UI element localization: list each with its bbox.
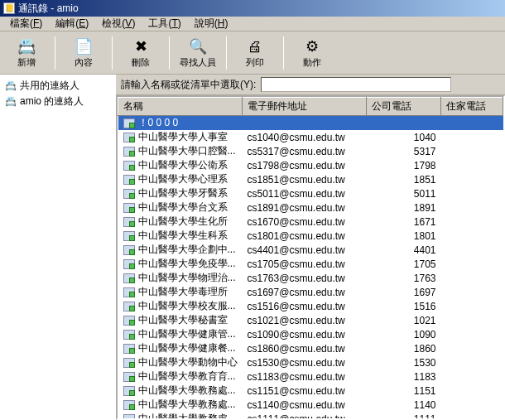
table-row[interactable]: 中山醫學大學教育育...cs1183@csmu.edu.tw1183 [118, 369, 503, 384]
menu-f[interactable]: 檔案(F) [3, 17, 49, 31]
cell-home [441, 200, 503, 215]
cell-name: 中山醫學大學毒理所 [118, 285, 243, 299]
cell-email: cs1111@csmu.edu.tw [243, 412, 367, 420]
table-row[interactable]: 中山醫學大學生化所cs1670@csmu.edu.tw1671 [118, 215, 503, 229]
cell-home [441, 158, 503, 172]
cell-phone: 5317 [367, 144, 441, 158]
table-row[interactable]: 中山醫學大學生科系cs1801@csmu.edu.tw1801 [118, 229, 503, 243]
cell-home [441, 172, 503, 186]
menu-t[interactable]: 工具(T) [142, 17, 187, 31]
cell-phone: 1671 [367, 215, 441, 229]
toolbar-separator [169, 36, 170, 70]
cell-email [243, 116, 367, 131]
contact-icon [123, 273, 135, 283]
cell-email: cs5317@csmu.edu.tw [243, 144, 367, 158]
search-input[interactable] [261, 77, 451, 92]
table-row[interactable]: 中山醫學大學人事室cs1040@csmu.edu.tw1040 [118, 130, 503, 144]
cell-email: cs1697@csmu.edu.tw [243, 285, 367, 299]
cell-email: cs1530@csmu.edu.tw [243, 355, 367, 369]
table-row[interactable]: 中山醫學大學公衛系cs1798@csmu.edu.tw1798 [118, 158, 503, 172]
cell-name: 中山醫學大學台文系 [118, 200, 243, 215]
cell-name: 中山醫學大學物理治... [118, 271, 243, 285]
cell-email: cs1801@csmu.edu.tw [243, 229, 367, 243]
table-row[interactable]: ！0 0 0 0 [118, 116, 503, 131]
cell-phone: 1798 [367, 158, 441, 172]
cell-home [441, 215, 503, 229]
table-row[interactable]: 中山醫學大學台文系cs1891@csmu.edu.tw1891 [118, 200, 503, 215]
menu-v[interactable]: 檢視(V) [95, 17, 142, 31]
table-row[interactable]: 中山醫學大學心理系cs1851@csmu.edu.tw1851 [118, 172, 503, 186]
cell-home [441, 257, 503, 271]
delete-button-icon: ✖ [131, 36, 151, 56]
print-button[interactable]: 🖨列印 [232, 34, 278, 72]
cell-phone: 1040 [367, 130, 441, 144]
cell-name: 中山醫學大學動物中心 [118, 355, 243, 369]
cell-name: 中山醫學大學生化所 [118, 215, 243, 229]
cell-name: 中山醫學大學免疫學... [118, 257, 243, 271]
action-button[interactable]: ⚙動作 [289, 34, 335, 72]
folder-tree[interactable]: 📇共用的連絡人📇amio 的連絡人 [0, 75, 116, 420]
cell-home [441, 384, 503, 398]
contact-icon [123, 316, 135, 326]
delete-button[interactable]: ✖刪除 [118, 34, 164, 72]
new-button[interactable]: 📇新增 [3, 34, 50, 72]
table-row[interactable]: 中山醫學大學教務處...cs1111@csmu.edu.tw1111 [118, 412, 503, 420]
menu-e[interactable]: 編輯(E) [49, 17, 95, 31]
tree-item-label: 共用的連絡人 [20, 79, 79, 93]
table-row[interactable]: 中山醫學大學動物中心cs1530@csmu.edu.tw1530 [118, 355, 503, 369]
table-row[interactable]: 中山醫學大學口腔醫...cs5317@csmu.edu.tw5317 [118, 144, 503, 158]
table-row[interactable]: 中山醫學大學牙醫系cs5011@csmu.edu.tw5011 [118, 186, 503, 200]
column-header-3[interactable]: 住家電話 [441, 98, 503, 116]
tree-item-1[interactable]: 📇amio 的連絡人 [3, 94, 111, 109]
table-row[interactable]: 中山醫學大學健康管...cs1090@csmu.edu.tw1090 [118, 327, 503, 341]
column-header-2[interactable]: 公司電話 [367, 98, 441, 116]
new-button-label: 新增 [17, 56, 36, 69]
cell-phone: 1697 [367, 285, 441, 299]
table-row[interactable]: 中山醫學大學物理治...cs1763@csmu.edu.tw1763 [118, 271, 503, 285]
table-row[interactable]: 中山醫學大學秘書室cs1021@csmu.edu.tw1021 [118, 313, 503, 327]
cell-phone: 1763 [367, 271, 441, 285]
cell-home [441, 271, 503, 285]
table-row[interactable]: 中山醫學大學校友服...cs1516@csmu.edu.tw1516 [118, 299, 503, 313]
cell-phone: 1021 [367, 313, 441, 327]
column-header-1[interactable]: 電子郵件地址 [243, 98, 367, 116]
table-row[interactable]: 中山醫學大學免疫學...cs1705@csmu.edu.tw1705 [118, 257, 503, 271]
cell-phone: 1516 [367, 299, 441, 313]
cell-home [441, 355, 503, 369]
menubar: 檔案(F)編輯(E)檢視(V)工具(T)說明(H) [0, 17, 505, 31]
cell-phone: 1801 [367, 229, 441, 243]
cell-phone: 1705 [367, 257, 441, 271]
cell-home [441, 243, 503, 257]
cell-name: 中山醫學大學教務處... [118, 412, 243, 420]
contacts-grid[interactable]: 名稱電子郵件地址公司電話住家電話 ！0 0 0 0中山醫學大學人事室cs1040… [116, 95, 505, 420]
find-people-button-label: 尋找人員 [180, 56, 216, 69]
tree-item-0[interactable]: 📇共用的連絡人 [3, 78, 111, 94]
contact-icon [123, 118, 135, 128]
contact-icon [123, 386, 135, 396]
contact-icon [123, 175, 135, 185]
column-header-0[interactable]: 名稱 [118, 98, 243, 116]
content-button-icon: 📄 [74, 36, 94, 56]
cell-name: 中山醫學大學口腔醫... [118, 144, 243, 158]
find-people-button[interactable]: 🔍尋找人員 [175, 34, 221, 72]
table-row[interactable]: 中山醫學大學毒理所cs1697@csmu.edu.tw1697 [118, 285, 503, 299]
cell-email: cs1798@csmu.edu.tw [243, 158, 367, 172]
cell-name: 中山醫學大學健康餐... [118, 341, 243, 355]
action-button-icon: ⚙ [302, 36, 322, 56]
menu-h[interactable]: 說明(H) [188, 17, 235, 31]
cell-email: cs1860@csmu.edu.tw [243, 341, 367, 355]
table-row[interactable]: 中山醫學大學教務處...cs1140@csmu.edu.tw1140 [118, 398, 503, 412]
cell-email: cs1516@csmu.edu.tw [243, 299, 367, 313]
contact-icon [123, 358, 135, 368]
contact-icon [123, 287, 135, 297]
table-row[interactable]: 中山醫學大學企劃中...cs4401@csmu.edu.tw4401 [118, 243, 503, 257]
table-row[interactable]: 中山醫學大學健康餐...cs1860@csmu.edu.tw1860 [118, 341, 503, 355]
app-icon: 📒 [3, 2, 15, 14]
cell-name: 中山醫學大學健康管... [118, 327, 243, 341]
contact-icon [123, 330, 135, 340]
content-button[interactable]: 📄內容 [60, 34, 107, 72]
table-row[interactable]: 中山醫學大學教務處...cs1151@csmu.edu.tw1151 [118, 384, 503, 398]
cell-name: 中山醫學大學牙醫系 [118, 186, 243, 200]
cell-phone: 1111 [367, 412, 441, 420]
contact-icon [123, 259, 135, 269]
